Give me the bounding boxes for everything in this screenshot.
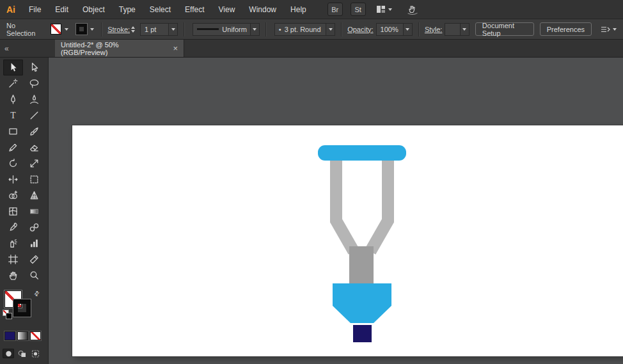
default-fill-stroke-icon[interactable] xyxy=(3,310,12,319)
menu-type[interactable]: Type xyxy=(112,5,143,14)
perspective-grid-tool[interactable] xyxy=(24,187,44,203)
workspace-layout-icon xyxy=(376,5,386,13)
slice-tool[interactable] xyxy=(24,251,44,267)
gradient-tool[interactable] xyxy=(24,203,44,219)
pen-tool[interactable] xyxy=(3,91,23,107)
slice-icon xyxy=(29,254,40,265)
curvature-icon xyxy=(29,94,40,105)
crutch-rubber-tip[interactable] xyxy=(353,325,372,342)
preferences-button[interactable]: Preferences xyxy=(540,22,592,36)
draw-mode-buttons xyxy=(3,349,41,358)
hand-icon xyxy=(8,270,19,281)
rectangle-tool[interactable] xyxy=(3,123,23,139)
document-tab-bar: « Untitled-2* @ 50% (RGB/Preview) × xyxy=(0,40,623,58)
crutch-bottom-cap[interactable] xyxy=(333,283,391,323)
stroke-weight-field[interactable]: 1 pt xyxy=(140,23,178,36)
collapse-panel-icon[interactable]: « xyxy=(4,40,9,57)
curvature-tool[interactable] xyxy=(24,91,44,107)
touch-workspace-button[interactable] xyxy=(406,4,419,15)
fill-color-swatch[interactable] xyxy=(51,24,61,35)
brush-dropdown[interactable] xyxy=(326,24,335,35)
brush-dot-icon: • xyxy=(279,26,281,33)
line-segment-tool[interactable] xyxy=(24,107,44,123)
stepper-up-icon xyxy=(131,26,135,29)
stock-button[interactable]: St xyxy=(351,3,366,16)
stroke-swatch[interactable] xyxy=(13,299,31,317)
gradient-button[interactable] xyxy=(17,331,28,340)
magic-wand-tool[interactable] xyxy=(3,75,23,91)
none-button[interactable] xyxy=(30,331,41,340)
menu-help[interactable]: Help xyxy=(283,5,313,14)
crutch-right-rail[interactable] xyxy=(370,157,388,251)
opacity-field[interactable]: 100% xyxy=(376,23,413,36)
rotate-icon xyxy=(8,158,19,169)
chevron-down-icon xyxy=(65,28,68,31)
bridge-button[interactable]: Br xyxy=(327,3,343,16)
pencil-tool[interactable] xyxy=(3,139,23,155)
menu-file[interactable]: File xyxy=(22,5,48,14)
width-tool[interactable] xyxy=(3,171,23,187)
menu-select[interactable]: Select xyxy=(143,5,178,14)
stroke-color-swatch[interactable] xyxy=(76,24,87,35)
artboard-tool[interactable] xyxy=(3,251,23,267)
stroke-label[interactable]: Stroke: xyxy=(107,26,130,33)
hand-tool[interactable] xyxy=(3,267,23,283)
line-icon xyxy=(29,110,40,121)
eraser-tool[interactable] xyxy=(24,139,44,155)
style-field[interactable] xyxy=(445,23,469,36)
draw-normal-button[interactable] xyxy=(3,349,14,358)
tab-close-icon[interactable]: × xyxy=(173,44,178,52)
menu-bar: Ai File Edit Object Type Select Effect V… xyxy=(0,0,623,19)
lasso-tool[interactable] xyxy=(24,75,44,91)
menu-effect[interactable]: Effect xyxy=(178,5,211,14)
artboard-icon xyxy=(8,254,19,265)
control-bar: No Selection Stroke: 1 pt Uniform • xyxy=(0,19,623,40)
free-transform-tool[interactable] xyxy=(24,171,44,187)
workspace-switcher[interactable] xyxy=(376,5,392,13)
swap-fill-stroke-icon[interactable]: ⇄ xyxy=(32,289,41,298)
color-button[interactable] xyxy=(4,331,15,340)
stroke-color-dropdown[interactable] xyxy=(88,24,95,35)
control-panel-menu[interactable] xyxy=(600,25,617,34)
mesh-tool[interactable] xyxy=(3,203,23,219)
opacity-label[interactable]: Opacity: xyxy=(347,26,373,33)
direct-selection-tool[interactable] xyxy=(24,59,44,75)
style-label[interactable]: Style: xyxy=(425,26,443,33)
fill-color-dropdown[interactable] xyxy=(63,24,70,35)
width-profile-field[interactable]: Uniform xyxy=(193,23,260,36)
menu-window[interactable]: Window xyxy=(242,5,283,14)
brush-field[interactable]: • 3 pt. Round xyxy=(274,23,335,36)
opacity-dropdown[interactable] xyxy=(403,24,412,35)
rotate-tool[interactable] xyxy=(3,155,23,171)
crutch-underarm-pad[interactable] xyxy=(318,145,406,161)
divider xyxy=(265,22,266,36)
type-tool[interactable]: T xyxy=(3,107,23,123)
menu-view[interactable]: View xyxy=(212,5,242,14)
draw-behind-button[interactable] xyxy=(16,349,28,358)
stroke-weight-dropdown[interactable] xyxy=(168,24,177,35)
crutch-left-rail[interactable] xyxy=(336,157,354,251)
paintbrush-tool[interactable] xyxy=(24,123,44,139)
document-tab[interactable]: Untitled-2* @ 50% (RGB/Preview) × xyxy=(55,40,184,57)
shape-builder-tool[interactable] xyxy=(3,187,23,203)
symbol-sprayer-tool[interactable] xyxy=(3,235,23,251)
chevron-down-icon xyxy=(253,28,256,31)
blend-tool[interactable] xyxy=(24,219,44,235)
stroke-weight-value: 1 pt xyxy=(145,26,156,33)
artboard[interactable] xyxy=(72,125,623,356)
divider xyxy=(101,22,102,36)
menu-edit[interactable]: Edit xyxy=(48,5,75,14)
column-graph-tool[interactable] xyxy=(24,235,44,251)
document-setup-button[interactable]: Document Setup xyxy=(475,22,534,36)
divider xyxy=(341,22,342,36)
style-dropdown[interactable] xyxy=(460,24,469,35)
scale-tool[interactable] xyxy=(24,155,44,171)
crutch-center-post[interactable] xyxy=(349,246,374,285)
width-profile-dropdown[interactable] xyxy=(250,24,259,35)
draw-inside-button[interactable] xyxy=(29,349,41,358)
zoom-tool[interactable] xyxy=(24,267,44,283)
eyedropper-tool[interactable] xyxy=(3,219,23,235)
menu-object[interactable]: Object xyxy=(75,5,112,14)
stroke-weight-stepper[interactable] xyxy=(131,26,135,33)
selection-tool[interactable] xyxy=(3,59,23,75)
